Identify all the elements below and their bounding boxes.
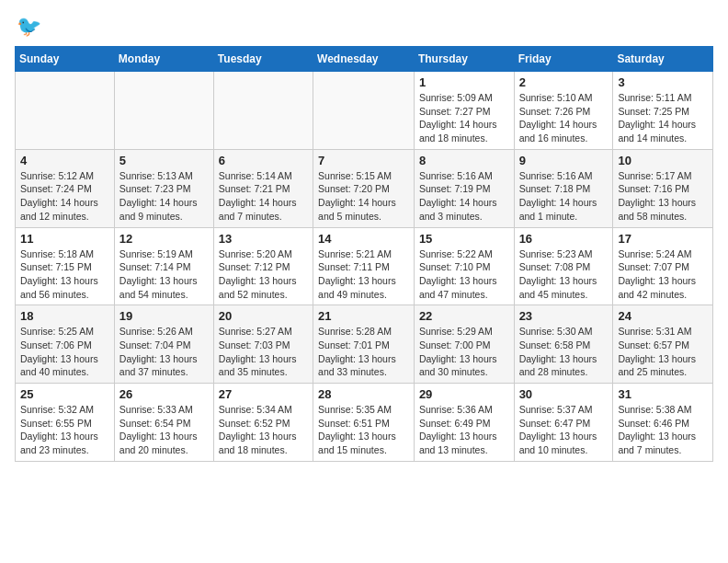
day-number: 1 <box>419 75 509 89</box>
day-number: 8 <box>419 154 509 167</box>
day-number: 9 <box>519 154 609 167</box>
calendar-cell: 31Sunrise: 5:38 AMSunset: 6:46 PMDayligh… <box>613 384 713 462</box>
calendar-cell: 9Sunrise: 5:16 AMSunset: 7:18 PMDaylight… <box>514 149 613 227</box>
calendar-cell: 16Sunrise: 5:23 AMSunset: 7:08 PMDayligh… <box>514 227 613 305</box>
day-number: 28 <box>318 387 409 401</box>
day-info: Sunrise: 5:20 AMSunset: 7:12 PMDaylight:… <box>219 247 308 302</box>
day-info: Sunrise: 5:28 AMSunset: 7:01 PMDaylight:… <box>318 325 409 379</box>
weekday-header-row: SundayMondayTuesdayWednesdayThursdayFrid… <box>16 47 713 72</box>
day-number: 24 <box>618 309 708 323</box>
calendar-cell <box>16 72 115 150</box>
day-info: Sunrise: 5:23 AMSunset: 7:08 PMDaylight:… <box>519 247 609 302</box>
week-row-3: 11Sunrise: 5:18 AMSunset: 7:15 PMDayligh… <box>16 227 713 305</box>
calendar-cell: 28Sunrise: 5:35 AMSunset: 6:51 PMDayligh… <box>313 384 415 462</box>
day-number: 10 <box>618 154 708 167</box>
calendar-cell: 14Sunrise: 5:21 AMSunset: 7:11 PMDayligh… <box>313 227 415 305</box>
week-row-2: 4Sunrise: 5:12 AMSunset: 7:24 PMDaylight… <box>16 149 713 227</box>
calendar-cell: 7Sunrise: 5:15 AMSunset: 7:20 PMDaylight… <box>313 149 415 227</box>
calendar-cell <box>213 72 313 150</box>
calendar-cell: 3Sunrise: 5:11 AMSunset: 7:25 PMDaylight… <box>613 72 713 150</box>
day-number: 3 <box>618 75 708 89</box>
calendar-cell: 17Sunrise: 5:24 AMSunset: 7:07 PMDayligh… <box>613 227 713 305</box>
calendar-cell: 24Sunrise: 5:31 AMSunset: 6:57 PMDayligh… <box>613 305 713 384</box>
day-number: 17 <box>618 232 708 246</box>
day-number: 22 <box>419 309 509 323</box>
day-info: Sunrise: 5:36 AMSunset: 6:49 PMDaylight:… <box>419 403 509 457</box>
day-info: Sunrise: 5:18 AMSunset: 7:15 PMDaylight:… <box>20 247 109 302</box>
calendar-cell: 19Sunrise: 5:26 AMSunset: 7:04 PMDayligh… <box>114 305 213 384</box>
day-info: Sunrise: 5:31 AMSunset: 6:57 PMDaylight:… <box>618 325 708 379</box>
calendar-cell: 26Sunrise: 5:33 AMSunset: 6:54 PMDayligh… <box>114 384 213 462</box>
day-info: Sunrise: 5:16 AMSunset: 7:19 PMDaylight:… <box>419 169 509 224</box>
day-number: 21 <box>318 309 409 323</box>
day-info: Sunrise: 5:26 AMSunset: 7:04 PMDaylight:… <box>119 325 209 379</box>
day-number: 26 <box>119 387 209 401</box>
day-number: 31 <box>618 387 708 401</box>
week-row-4: 18Sunrise: 5:25 AMSunset: 7:06 PMDayligh… <box>16 305 713 384</box>
day-info: Sunrise: 5:30 AMSunset: 6:58 PMDaylight:… <box>519 325 609 379</box>
day-number: 20 <box>219 309 308 323</box>
calendar-cell: 6Sunrise: 5:14 AMSunset: 7:21 PMDaylight… <box>213 149 313 227</box>
day-number: 16 <box>519 232 609 246</box>
weekday-header-saturday: Saturday <box>613 47 713 72</box>
weekday-header-friday: Friday <box>514 47 613 72</box>
calendar-cell: 15Sunrise: 5:22 AMSunset: 7:10 PMDayligh… <box>414 227 514 305</box>
day-info: Sunrise: 5:25 AMSunset: 7:06 PMDaylight:… <box>20 325 109 379</box>
calendar-cell: 27Sunrise: 5:34 AMSunset: 6:52 PMDayligh… <box>213 384 313 462</box>
weekday-header-wednesday: Wednesday <box>313 47 415 72</box>
weekday-header-thursday: Thursday <box>414 47 514 72</box>
calendar-cell: 8Sunrise: 5:16 AMSunset: 7:19 PMDaylight… <box>414 149 514 227</box>
day-info: Sunrise: 5:11 AMSunset: 7:25 PMDaylight:… <box>618 91 708 145</box>
calendar-cell: 21Sunrise: 5:28 AMSunset: 7:01 PMDayligh… <box>313 305 415 384</box>
calendar-cell: 4Sunrise: 5:12 AMSunset: 7:24 PMDaylight… <box>16 149 115 227</box>
day-info: Sunrise: 5:33 AMSunset: 6:54 PMDaylight:… <box>119 403 209 457</box>
week-row-5: 25Sunrise: 5:32 AMSunset: 6:55 PMDayligh… <box>16 384 713 462</box>
calendar-cell: 11Sunrise: 5:18 AMSunset: 7:15 PMDayligh… <box>16 227 115 305</box>
calendar-cell: 12Sunrise: 5:19 AMSunset: 7:14 PMDayligh… <box>114 227 213 305</box>
calendar-cell: 20Sunrise: 5:27 AMSunset: 7:03 PMDayligh… <box>213 305 313 384</box>
logo-bird-icon: 🐦 <box>17 15 41 39</box>
calendar-cell <box>114 72 213 150</box>
day-info: Sunrise: 5:37 AMSunset: 6:47 PMDaylight:… <box>519 403 609 457</box>
day-number: 23 <box>519 309 609 323</box>
day-number: 7 <box>318 154 409 167</box>
day-info: Sunrise: 5:21 AMSunset: 7:11 PMDaylight:… <box>318 247 409 302</box>
weekday-header-tuesday: Tuesday <box>213 47 313 72</box>
day-info: Sunrise: 5:27 AMSunset: 7:03 PMDaylight:… <box>219 325 308 379</box>
day-number: 18 <box>20 309 109 323</box>
calendar-cell: 10Sunrise: 5:17 AMSunset: 7:16 PMDayligh… <box>613 149 713 227</box>
day-info: Sunrise: 5:19 AMSunset: 7:14 PMDaylight:… <box>119 247 209 302</box>
page-header: 🐦 <box>15 15 713 39</box>
calendar-cell: 18Sunrise: 5:25 AMSunset: 7:06 PMDayligh… <box>16 305 115 384</box>
calendar-cell: 1Sunrise: 5:09 AMSunset: 7:27 PMDaylight… <box>414 72 514 150</box>
calendar-cell: 29Sunrise: 5:36 AMSunset: 6:49 PMDayligh… <box>414 384 514 462</box>
day-number: 27 <box>219 387 308 401</box>
day-info: Sunrise: 5:14 AMSunset: 7:21 PMDaylight:… <box>219 169 308 224</box>
day-number: 25 <box>20 387 109 401</box>
day-info: Sunrise: 5:22 AMSunset: 7:10 PMDaylight:… <box>419 247 509 302</box>
day-info: Sunrise: 5:34 AMSunset: 6:52 PMDaylight:… <box>219 403 308 457</box>
day-info: Sunrise: 5:16 AMSunset: 7:18 PMDaylight:… <box>519 169 609 224</box>
day-number: 6 <box>219 154 308 167</box>
day-number: 15 <box>419 232 509 246</box>
calendar-cell: 2Sunrise: 5:10 AMSunset: 7:26 PMDaylight… <box>514 72 613 150</box>
calendar-cell: 22Sunrise: 5:29 AMSunset: 7:00 PMDayligh… <box>414 305 514 384</box>
calendar-cell: 25Sunrise: 5:32 AMSunset: 6:55 PMDayligh… <box>16 384 115 462</box>
day-info: Sunrise: 5:13 AMSunset: 7:23 PMDaylight:… <box>119 169 209 224</box>
weekday-header-sunday: Sunday <box>16 47 115 72</box>
day-info: Sunrise: 5:12 AMSunset: 7:24 PMDaylight:… <box>20 169 109 224</box>
day-number: 29 <box>419 387 509 401</box>
calendar-cell <box>313 72 415 150</box>
day-info: Sunrise: 5:38 AMSunset: 6:46 PMDaylight:… <box>618 403 708 457</box>
calendar-cell: 13Sunrise: 5:20 AMSunset: 7:12 PMDayligh… <box>213 227 313 305</box>
day-number: 11 <box>20 232 109 246</box>
day-info: Sunrise: 5:09 AMSunset: 7:27 PMDaylight:… <box>419 91 509 145</box>
day-info: Sunrise: 5:29 AMSunset: 7:00 PMDaylight:… <box>419 325 509 379</box>
week-row-1: 1Sunrise: 5:09 AMSunset: 7:27 PMDaylight… <box>16 72 713 150</box>
logo: 🐦 <box>15 15 41 39</box>
day-number: 12 <box>119 232 209 246</box>
day-info: Sunrise: 5:10 AMSunset: 7:26 PMDaylight:… <box>519 91 609 145</box>
day-number: 30 <box>519 387 609 401</box>
calendar-cell: 5Sunrise: 5:13 AMSunset: 7:23 PMDaylight… <box>114 149 213 227</box>
day-number: 14 <box>318 232 409 246</box>
